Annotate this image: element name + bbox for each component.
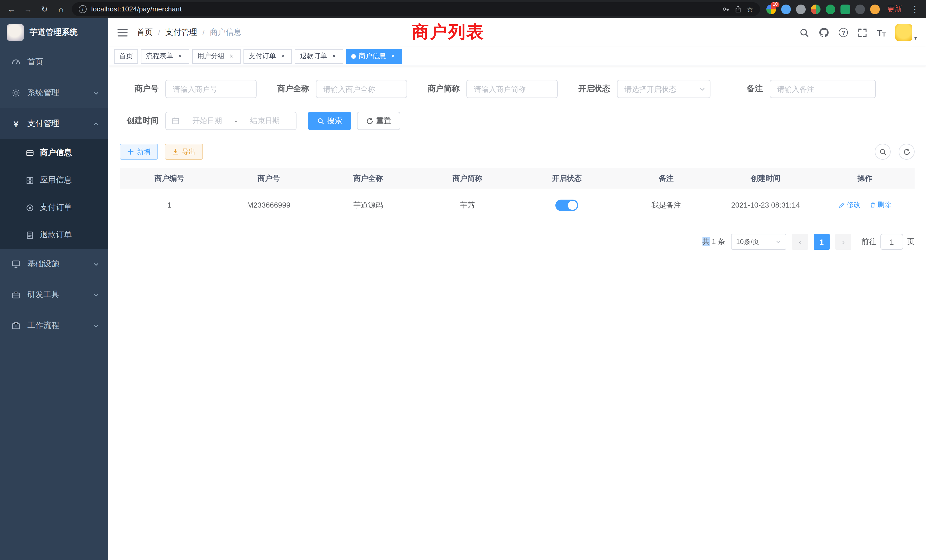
search-form-row-2: 创建时间 开始日期 - 结束日期 搜索 (120, 112, 915, 130)
status-label: 开启状态 (571, 84, 617, 94)
github-icon[interactable] (819, 27, 829, 38)
table-row: 1 M233666999 芋道源码 芋艿 我是备注 2021-10-23 08:… (120, 189, 915, 221)
url-bar[interactable]: i localhost:1024/pay/merchant ☆ (72, 2, 760, 16)
breadcrumb-home[interactable]: 首页 (137, 27, 153, 38)
page-size-select[interactable]: 10条/页 (731, 234, 786, 250)
sidebar-item-payment[interactable]: ¥ 支付管理 (0, 108, 108, 139)
tab-payment-orders[interactable]: 支付订单 × (244, 49, 292, 64)
next-page-button[interactable]: › (835, 234, 851, 250)
bookmark-star-icon[interactable]: ☆ (747, 5, 753, 14)
sidebar-item-merchant-info[interactable]: 商户信息 (0, 139, 108, 166)
tab-merchant-info[interactable]: 商户信息 × (346, 49, 402, 64)
fullscreen-icon[interactable] (858, 28, 867, 37)
collapse-sidebar-icon[interactable] (118, 28, 128, 37)
url-text: localhost:1024/pay/merchant (91, 5, 717, 13)
extension-icon-6[interactable] (840, 4, 850, 14)
sidebar-item-infrastructure[interactable]: 基础设施 (0, 249, 108, 279)
tab-refund-orders[interactable]: 退款订单 × (295, 49, 343, 64)
grid-icon (25, 176, 34, 185)
col-header: 操作 (816, 173, 915, 183)
calendar-icon (172, 117, 180, 125)
sidebar-item-system[interactable]: 系统管理 (0, 77, 108, 108)
col-header: 商户编号 (120, 173, 219, 183)
tab-process-form[interactable]: 流程表单 × (141, 49, 189, 64)
total-count: 共 1 条 (702, 237, 725, 247)
tabs-bar: 首页 流程表单 × 用户分组 × 支付订单 × (108, 47, 926, 66)
merchant-shortname-input[interactable] (466, 80, 558, 98)
toolbox-icon (11, 290, 21, 300)
sidebar-item-payment-orders[interactable]: 支付订单 (0, 194, 108, 221)
page-number-1[interactable]: 1 (814, 234, 830, 250)
breadcrumb-payment[interactable]: 支付管理 (165, 27, 197, 38)
target-icon (25, 203, 34, 212)
close-icon[interactable]: × (176, 52, 184, 60)
extension-icon-1[interactable]: 10 (766, 4, 776, 14)
close-icon[interactable]: × (279, 52, 287, 60)
chevron-down-icon (93, 322, 99, 329)
prev-page-button[interactable]: ‹ (792, 234, 808, 250)
search-icon[interactable] (799, 28, 809, 37)
goto-page-input[interactable] (881, 234, 903, 250)
status-toggle[interactable] (555, 199, 578, 211)
toggle-search-icon[interactable] (875, 144, 891, 160)
main-area: 首页 / 支付管理 / 商户信息 ? (108, 18, 926, 560)
sidebar-item-dev-tools[interactable]: 研发工具 (0, 279, 108, 310)
merchant-fullname-label: 商户全称 (270, 84, 316, 94)
export-button[interactable]: 导出 (165, 144, 203, 160)
browser-update-button[interactable]: 更新 (887, 4, 902, 14)
col-header: 开启状态 (517, 173, 617, 183)
date-start-placeholder: 开始日期 (182, 116, 233, 126)
browser-back-button[interactable]: ← (6, 5, 17, 14)
sidebar-item-refund-orders[interactable]: 退款订单 (0, 221, 108, 249)
extension-icon-3[interactable] (796, 4, 806, 14)
browser-menu-icon[interactable]: ⋮ (909, 4, 920, 14)
screen: ← → ↻ ⌂ i localhost:1024/pay/merchant ☆ … (0, 0, 926, 560)
site-info-icon[interactable]: i (79, 5, 87, 13)
sidebar-item-home[interactable]: 首页 (0, 47, 108, 77)
user-avatar (896, 24, 912, 41)
chevron-up-icon (93, 121, 99, 127)
breadcrumb-separator: / (203, 28, 205, 37)
app-logo[interactable]: 芋道管理系统 (0, 18, 108, 47)
reset-button[interactable]: 重置 (357, 112, 400, 130)
remark-input[interactable] (770, 80, 876, 98)
merchant-fullname-input[interactable] (316, 80, 407, 98)
extension-icon-5[interactable] (826, 4, 835, 14)
close-icon[interactable]: × (330, 52, 338, 60)
browser-reload-button[interactable]: ↻ (39, 5, 50, 14)
page-unit-label: 页 (907, 237, 915, 247)
merchant-no-input[interactable] (165, 80, 257, 98)
add-button[interactable]: 新增 (120, 144, 158, 160)
browser-forward-button[interactable]: → (22, 5, 34, 14)
tab-user-group[interactable]: 用户分组 × (192, 49, 241, 64)
close-icon[interactable]: × (389, 52, 397, 60)
tab-home[interactable]: 首页 (114, 49, 138, 64)
font-size-icon[interactable]: TT (877, 28, 886, 37)
yen-icon: ¥ (11, 119, 21, 128)
sidebar-item-app-info[interactable]: 应用信息 (0, 166, 108, 194)
extension-icon-7[interactable] (855, 4, 865, 14)
share-icon[interactable] (735, 5, 742, 13)
extension-icon-4[interactable] (811, 4, 820, 14)
status-select[interactable] (617, 80, 710, 98)
password-key-icon[interactable] (722, 5, 730, 13)
sidebar-item-workflow[interactable]: 工作流程 (0, 310, 108, 341)
search-form-row-1: 商户号 商户全称 商户简称 开启状态 (120, 80, 915, 98)
sidebar-item-label: 商户信息 (40, 148, 72, 158)
briefcase-icon (11, 321, 21, 330)
close-icon[interactable]: × (227, 52, 236, 60)
sidebar-item-label: 应用信息 (40, 175, 72, 185)
cell-full-name: 芋道源码 (318, 200, 418, 210)
extension-icon-2[interactable] (781, 4, 791, 14)
breadcrumb-current: 商户信息 (210, 27, 242, 38)
user-menu[interactable]: ▾ (896, 24, 917, 41)
create-time-label: 创建时间 (120, 116, 165, 126)
browser-home-button[interactable]: ⌂ (55, 5, 67, 14)
edit-button[interactable]: 修改 (839, 200, 861, 210)
search-button[interactable]: 搜索 (308, 112, 351, 130)
help-icon[interactable]: ? (839, 28, 848, 37)
delete-button[interactable]: 删除 (870, 200, 891, 210)
profile-avatar-icon[interactable] (870, 4, 880, 14)
refresh-icon[interactable] (899, 144, 915, 160)
date-range-picker[interactable]: 开始日期 - 结束日期 (165, 112, 297, 130)
